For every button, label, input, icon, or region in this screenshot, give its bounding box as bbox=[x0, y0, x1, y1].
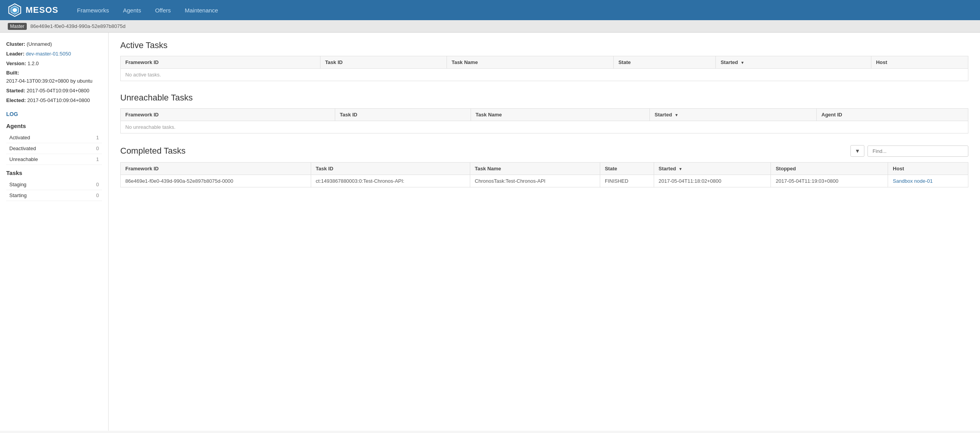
cluster-info: Cluster: (Unnamed) bbox=[6, 40, 102, 48]
main-content: Active Tasks Framework ID Task ID Task N… bbox=[109, 33, 980, 431]
leader-info: Leader: dev-master-01:5050 bbox=[6, 50, 102, 58]
master-id: 86e469e1-f0e0-439d-990a-52e897b8075d bbox=[30, 23, 125, 29]
version-info: Version: 1.2.0 bbox=[6, 60, 102, 68]
navbar: MESOS Frameworks Agents Offers Maintenan… bbox=[0, 0, 980, 20]
page-layout: Cluster: (Unnamed) Leader: dev-master-01… bbox=[0, 33, 980, 431]
active-tasks-title: Active Tasks bbox=[120, 40, 968, 50]
activated-label: Activated bbox=[9, 135, 30, 140]
active-tasks-empty-row: No active tasks. bbox=[121, 69, 968, 81]
completed-col-framework-id: Framework ID bbox=[121, 163, 311, 175]
sidebar-item-unreachable-agents[interactable]: Unreachable 1 bbox=[6, 154, 102, 165]
built-value: 2017-04-13T00:39:02+0800 by ubuntu bbox=[6, 78, 92, 84]
completed-tasks-header: Completed Tasks ▼ bbox=[120, 145, 968, 157]
completed-col-host: Host bbox=[888, 163, 968, 175]
active-col-state: State bbox=[613, 56, 716, 69]
built-info: Built: 2017-04-13T00:39:02+0800 by ubunt… bbox=[6, 69, 102, 85]
log-link[interactable]: LOG bbox=[6, 111, 102, 117]
completed-tasks-title: Completed Tasks bbox=[120, 146, 185, 156]
master-bar: Master 86e469e1-f0e0-439d-990a-52e897b80… bbox=[0, 20, 980, 33]
completed-col-task-name: Task Name bbox=[470, 163, 600, 175]
completed-stopped: 2017-05-04T11:19:03+0800 bbox=[771, 175, 888, 187]
elected-value: 2017-05-04T10:09:04+0800 bbox=[27, 97, 90, 103]
staging-label: Staging bbox=[9, 182, 26, 187]
starting-label: Starting bbox=[9, 192, 27, 198]
unreachable-tasks-header-row: Framework ID Task ID Task Name Started ▼… bbox=[121, 109, 968, 121]
completed-host[interactable]: Sandbox node-01 bbox=[888, 175, 968, 187]
started-info: Started: 2017-05-04T10:09:04+0800 bbox=[6, 87, 102, 95]
started-value: 2017-05-04T10:09:04+0800 bbox=[27, 88, 90, 94]
active-col-started[interactable]: Started ▼ bbox=[716, 56, 871, 69]
unreachable-tasks-empty-row: No unreachable tasks. bbox=[121, 121, 968, 133]
master-badge: Master bbox=[8, 23, 27, 30]
unreachable-tasks-empty-message: No unreachable tasks. bbox=[121, 121, 968, 133]
unreachable-tasks-title: Unreachable Tasks bbox=[120, 93, 968, 103]
completed-task-name: ChronosTask:Test-Chronos-API bbox=[470, 175, 600, 187]
started-label: Started: bbox=[6, 88, 25, 94]
completed-started-sort: ▼ bbox=[679, 167, 682, 171]
nav-links: Frameworks Agents Offers Maintenance bbox=[70, 0, 225, 20]
active-col-task-id: Task ID bbox=[320, 56, 447, 69]
unreachable-col-task-name: Task Name bbox=[471, 109, 650, 121]
completed-tasks-table: Framework ID Task ID Task Name State Sta… bbox=[120, 162, 968, 187]
unreachable-col-framework-id: Framework ID bbox=[121, 109, 335, 121]
nav-maintenance[interactable]: Maintenance bbox=[178, 0, 225, 20]
completed-col-task-id: Task ID bbox=[311, 163, 470, 175]
sidebar-item-starting[interactable]: Starting 0 bbox=[6, 190, 102, 201]
sidebar-item-staging[interactable]: Staging 0 bbox=[6, 179, 102, 190]
elected-info: Elected: 2017-05-04T10:09:04+0800 bbox=[6, 97, 102, 105]
deactivated-count: 0 bbox=[96, 145, 99, 151]
brand-text: MESOS bbox=[26, 5, 58, 15]
completed-col-started[interactable]: Started ▼ bbox=[654, 163, 771, 175]
built-label: Built: bbox=[6, 70, 19, 76]
cluster-value: (Unnamed) bbox=[27, 41, 52, 47]
leader-label: Leader: bbox=[6, 51, 24, 57]
unreachable-agents-label: Unreachable bbox=[9, 156, 38, 162]
brand: MESOS bbox=[8, 3, 58, 17]
starting-count: 0 bbox=[96, 192, 99, 198]
sidebar: Cluster: (Unnamed) Leader: dev-master-01… bbox=[0, 33, 109, 431]
active-col-task-name: Task Name bbox=[447, 56, 613, 69]
sidebar-item-deactivated[interactable]: Deactivated 0 bbox=[6, 143, 102, 154]
unreachable-col-task-id: Task ID bbox=[335, 109, 471, 121]
filter-button[interactable]: ▼ bbox=[850, 145, 864, 157]
unreachable-tasks-table: Framework ID Task ID Task Name Started ▼… bbox=[120, 108, 968, 133]
filter-icon: ▼ bbox=[855, 148, 860, 154]
completed-col-state: State bbox=[600, 163, 654, 175]
activated-count: 1 bbox=[96, 135, 99, 140]
unreachable-col-agent-id: Agent ID bbox=[817, 109, 968, 121]
completed-framework-id: 86e469e1-f0e0-439d-990a-52e897b8075d-000… bbox=[121, 175, 311, 187]
cluster-label: Cluster: bbox=[6, 41, 25, 47]
active-col-framework-id: Framework ID bbox=[121, 56, 320, 69]
completed-task-row: 86e469e1-f0e0-439d-990a-52e897b8075d-000… bbox=[121, 175, 968, 187]
active-started-sort: ▼ bbox=[741, 61, 745, 65]
active-col-host: Host bbox=[871, 56, 968, 69]
completed-state: FINISHED bbox=[600, 175, 654, 187]
deactivated-label: Deactivated bbox=[9, 145, 36, 151]
tasks-section-title: Tasks bbox=[6, 170, 102, 176]
staging-count: 0 bbox=[96, 182, 99, 187]
active-tasks-table: Framework ID Task ID Task Name State Sta… bbox=[120, 56, 968, 81]
completed-task-id: ct:1493867880003:0:Test-Chronos-API: bbox=[311, 175, 470, 187]
mesos-logo-icon bbox=[8, 3, 22, 17]
nav-offers[interactable]: Offers bbox=[148, 0, 178, 20]
agents-section-title: Agents bbox=[6, 123, 102, 129]
completed-tasks-header-row: Framework ID Task ID Task Name State Sta… bbox=[121, 163, 968, 175]
active-tasks-empty-message: No active tasks. bbox=[121, 69, 968, 81]
unreachable-started-sort: ▼ bbox=[675, 113, 679, 117]
nav-agents[interactable]: Agents bbox=[116, 0, 148, 20]
completed-col-stopped: Stopped bbox=[771, 163, 888, 175]
sidebar-item-activated[interactable]: Activated 1 bbox=[6, 132, 102, 143]
find-input[interactable] bbox=[867, 145, 968, 157]
unreachable-col-started[interactable]: Started ▼ bbox=[650, 109, 817, 121]
unreachable-agents-count: 1 bbox=[96, 156, 99, 162]
elected-label: Elected: bbox=[6, 97, 26, 103]
version-value: 1.2.0 bbox=[28, 61, 39, 66]
filter-row: ▼ bbox=[850, 145, 968, 157]
version-label: Version: bbox=[6, 61, 26, 66]
nav-frameworks[interactable]: Frameworks bbox=[70, 0, 116, 20]
completed-started: 2017-05-04T11:18:02+0800 bbox=[654, 175, 771, 187]
sidebar-info: Cluster: (Unnamed) Leader: dev-master-01… bbox=[6, 40, 102, 105]
leader-link[interactable]: dev-master-01:5050 bbox=[26, 51, 71, 57]
active-tasks-header-row: Framework ID Task ID Task Name State Sta… bbox=[121, 56, 968, 69]
